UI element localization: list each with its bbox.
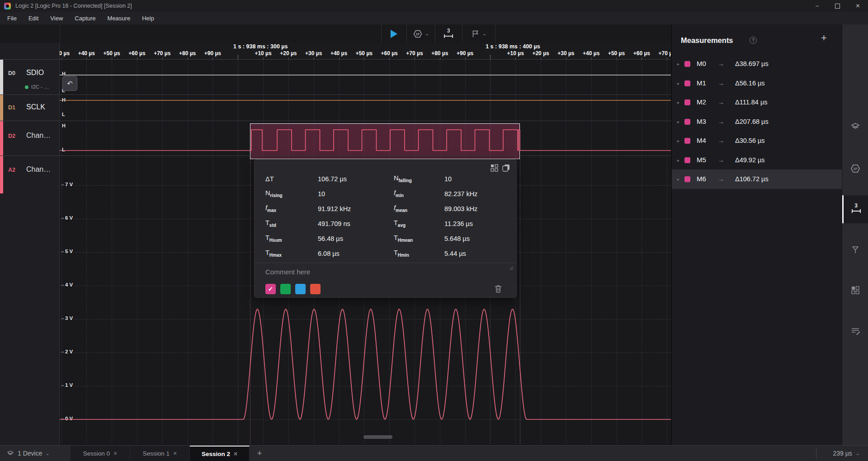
stat-value-fmax: 91.912 kHz — [318, 205, 394, 212]
channel-a2-name[interactable]: Chan… — [26, 165, 51, 174]
expander-icon[interactable]: ▸ — [677, 177, 679, 182]
resize-handle[interactable] — [509, 265, 513, 270]
channel-d2-name[interactable]: Chan… — [26, 132, 51, 140]
stat-label-nfalling: Nfalling — [394, 174, 444, 183]
stat-value-nfalling: 10 — [444, 175, 517, 183]
menu-bar: FileEditViewCaptureMeasureHelp — [0, 12, 868, 24]
analyzer-label[interactable]: I2C - … — [31, 84, 49, 89]
help-icon[interactable]: ? — [750, 37, 757, 44]
measurements-rail-active[interactable]: 3 — [842, 195, 868, 223]
undo-arrow-icon: ↶ — [67, 80, 73, 88]
arrow-icon: → — [718, 137, 724, 144]
expander-icon[interactable]: ▸ — [677, 119, 679, 124]
expander-icon[interactable]: ▸ — [677, 138, 679, 143]
color-swatch-3[interactable] — [310, 284, 321, 294]
annotations-dropdown-button[interactable]: ⌄ — [462, 24, 495, 43]
measurement-row-m1[interactable]: ▸M1→Δ56.16 µs — [672, 74, 842, 93]
swatch-row: ✓ — [265, 284, 321, 294]
timeline-ruler[interactable]: +30 µs+40 µs+50 µs+60 µs+70 µs+80 µs+90 … — [60, 43, 671, 60]
expander-icon[interactable]: ▸ — [677, 61, 679, 66]
hexagon-icon: 1F — [412, 28, 423, 39]
measurement-row-m6[interactable]: ▸M6→Δ106.72 µs — [672, 169, 842, 189]
color-swatch-0[interactable]: ✓ — [265, 284, 276, 294]
stat-value-tstd: 491.709 ns — [318, 220, 394, 227]
tab-close-icon[interactable]: × — [113, 450, 117, 457]
measurement-value: Δ111.84 µs — [735, 99, 768, 106]
row-separator — [0, 59, 671, 60]
toolbar: 1F ⌄ 3 ⌄ — [0, 24, 671, 43]
grid-view-icon[interactable] — [491, 164, 498, 172]
menu-measure[interactable]: Measure — [102, 12, 137, 24]
stat-value-δt: 106.72 µs — [318, 175, 394, 183]
stat-value-fmean: 89.003 kHz — [444, 205, 517, 212]
measure-tool-button[interactable]: 3 — [435, 24, 462, 43]
wave-a2-analog-burst — [60, 309, 671, 419]
marker-icon[interactable] — [850, 245, 861, 255]
measurement-row-m3[interactable]: ▸M3→Δ207.68 µs — [672, 112, 842, 132]
channel-d2-id[interactable]: D2 — [8, 133, 15, 139]
copy-icon[interactable] — [502, 164, 510, 172]
expander-icon[interactable]: ▸ — [677, 100, 679, 105]
measurement-row-m5[interactable]: ▸M5→Δ49.92 µs — [672, 151, 842, 170]
measurement-details-popup: ΔT106.72 µsNfalling10Nrising10fmin82.237… — [254, 159, 517, 298]
expander-icon[interactable]: ▸ — [677, 158, 679, 163]
menu-help[interactable]: Help — [136, 12, 160, 24]
stat-label-thsum: THsum — [265, 234, 318, 243]
color-swatch-1[interactable] — [280, 284, 291, 294]
expander-icon[interactable]: ▸ — [677, 81, 679, 86]
stat-value-nrising: 10 — [318, 190, 394, 198]
tab-session-2[interactable]: Session 2× — [190, 446, 250, 461]
radix-hex-icon[interactable]: 1F — [849, 163, 861, 174]
arrow-icon: → — [718, 175, 724, 183]
menu-edit[interactable]: Edit — [23, 12, 44, 24]
measurement-row-m4[interactable]: ▸M4→Δ30.56 µs — [672, 131, 842, 151]
minimize-button[interactable]: – — [807, 0, 827, 12]
ruler-tick-label: +70 µs — [154, 50, 170, 56]
menu-capture[interactable]: Capture — [69, 12, 101, 24]
time-scale-selector[interactable]: 239 µs ⌄ — [833, 446, 860, 461]
tab-session-0[interactable]: Session 0× — [71, 446, 130, 461]
radix-dropdown-button[interactable]: 1F ⌄ — [406, 24, 435, 43]
title-bar: Logic 2 [Logic Pro 16 - Connected] [Sess… — [0, 0, 868, 12]
menu-view[interactable]: View — [44, 12, 69, 24]
comment-input[interactable]: Comment here — [265, 268, 310, 276]
device-selector[interactable]: 1 Device ⌄ — [6, 446, 50, 461]
ruler-tick-label: +40 µs — [330, 50, 347, 56]
tab-close-icon[interactable]: × — [234, 450, 237, 457]
tab-close-icon[interactable]: × — [173, 450, 177, 457]
arrow-icon: → — [718, 156, 724, 164]
trash-icon[interactable] — [494, 284, 503, 293]
stat-label-tstd: Tstd — [265, 219, 318, 228]
tab-session-1[interactable]: Session 1× — [130, 446, 190, 461]
menu-file[interactable]: File — [1, 12, 23, 24]
color-swatch-2[interactable] — [295, 284, 306, 294]
run-capture-button[interactable] — [381, 24, 406, 43]
measurement-color-chip — [684, 61, 690, 67]
extensions-icon[interactable] — [850, 285, 861, 296]
notes-icon[interactable] — [850, 326, 861, 337]
jump-to-selection-tool[interactable]: ↶ — [62, 76, 77, 91]
channel-d0-id[interactable]: D0 — [8, 70, 15, 76]
ruler-tick-label: +90 µs — [204, 50, 221, 56]
horizontal-scrollbar-thumb[interactable] — [363, 435, 392, 439]
session-tabs: Session 0×Session 1×Session 2× — [71, 446, 250, 461]
measurement-value: Δ207.68 µs — [735, 118, 769, 125]
channel-a2-id[interactable]: A2 — [8, 167, 15, 173]
ruler-tick-label: +50 µs — [608, 50, 625, 56]
arrow-icon: → — [718, 99, 724, 106]
measurement-row-m2[interactable]: ▸M2→Δ111.84 µs — [672, 93, 842, 112]
stat-label-δt: ΔT — [265, 175, 318, 183]
channel-d1-id[interactable]: D1 — [8, 104, 15, 111]
channel-d1-name[interactable]: SCLK — [26, 103, 45, 111]
arrow-icon: → — [718, 60, 724, 67]
devices-layers-icon[interactable] — [850, 121, 861, 132]
stat-label-thmean: THmean — [394, 234, 444, 243]
channel-d0-name[interactable]: SDIO — [26, 69, 44, 77]
ruler-tick-label: +70 µs — [406, 50, 423, 56]
add-measurement-button[interactable]: + — [821, 32, 827, 44]
measurement-row-m0[interactable]: ▸M0→Δ38.697 µs — [672, 54, 842, 74]
maximize-button[interactable] — [827, 0, 848, 12]
close-button[interactable]: ✕ — [848, 0, 868, 12]
new-session-button[interactable]: + — [251, 446, 268, 461]
chevron-down-icon: ⌄ — [425, 31, 429, 37]
